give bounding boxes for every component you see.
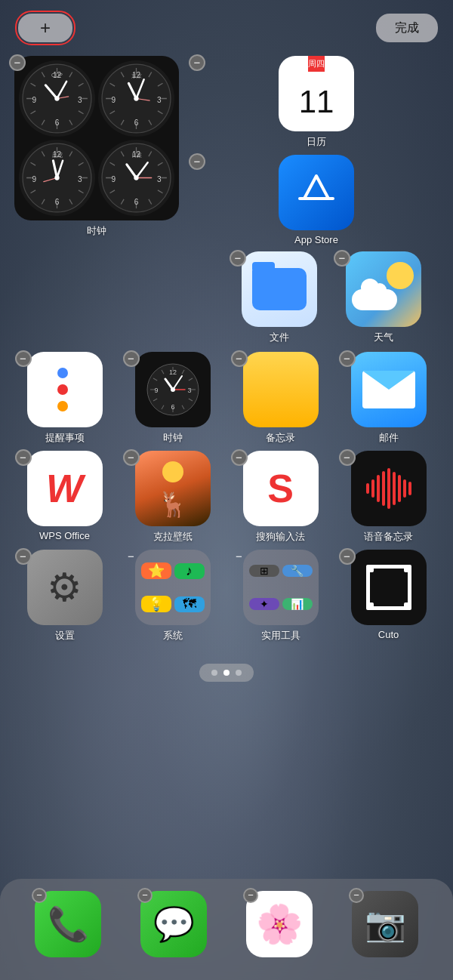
done-button[interactable]: 完成 [376, 14, 438, 42]
svg-text:12: 12 [168, 368, 176, 376]
notes-label: 备忘录 [266, 431, 295, 445]
reminders-item[interactable]: 提醒事项 [17, 352, 113, 445]
svg-text:6: 6 [134, 198, 139, 206]
minus-badge-files[interactable] [230, 250, 246, 267]
calendar-label: 日历 [307, 135, 326, 149]
minus-badge-sogou[interactable] [231, 449, 248, 466]
minus-badge-reminders[interactable] [15, 350, 32, 367]
dock-photos[interactable]: 🌸 [246, 891, 313, 957]
svg-text:6: 6 [171, 403, 174, 411]
dock-minus-phone[interactable] [32, 888, 47, 903]
minus-badge-voice[interactable] [339, 449, 356, 466]
cuto-label: Cuto [378, 629, 399, 640]
calendar-item[interactable]: 周四 11 日历 [190, 56, 442, 149]
photos-symbol: 🌸 [256, 902, 303, 946]
wps-logo: W [46, 466, 83, 511]
voice-item[interactable]: 语音备忘录 [341, 451, 437, 544]
photos-icon: 🌸 [246, 891, 313, 957]
files-label: 文件 [270, 331, 289, 344]
tools-label: 实用工具 [261, 629, 300, 643]
clock-widget-item[interactable]: CUP [11, 56, 183, 245]
minus-badge-clock-sm[interactable] [123, 350, 140, 367]
files-item[interactable]: 文件 [231, 251, 328, 344]
clock-tokyo: 东京 [98, 60, 174, 137]
clock-sydney: 悉尼 [19, 140, 95, 216]
minus-badge-clock[interactable] [9, 54, 26, 71]
message-symbol: 💬 [153, 904, 195, 944]
reminder-line-3 [57, 401, 72, 411]
sogou-logo: S [267, 466, 294, 511]
page-dot-container [199, 664, 254, 682]
mail-item[interactable]: 邮件 [341, 352, 437, 445]
minus-badge-settings[interactable] [15, 548, 32, 565]
dot-1[interactable] [211, 670, 217, 676]
top-bar: + 完成 [0, 0, 453, 56]
minus-badge-mail[interactable] [339, 350, 356, 367]
dock-phone[interactable]: 📞 [35, 891, 101, 957]
calendar-weekday: 周四 [308, 56, 325, 72]
svg-text:9: 9 [111, 175, 116, 183]
tools-mini-4: 📊 [282, 598, 313, 610]
folder-shape [252, 268, 307, 310]
sogou-icon: S [243, 451, 319, 526]
minus-badge-system [123, 548, 140, 565]
row3-section: 提醒事项 [0, 352, 453, 445]
minus-badge-notes[interactable] [231, 350, 248, 367]
svg-point-41 [134, 96, 138, 100]
sys-mini-3: 💡 [141, 596, 171, 612]
sogou-item[interactable]: S 搜狗输入法 [233, 451, 329, 544]
notes-icon [243, 352, 319, 427]
settings-item[interactable]: ⚙ 设置 [17, 550, 113, 643]
calendar-day: 11 [299, 72, 334, 131]
clock-small-item[interactable]: 12 3 6 9 时钟 [125, 352, 221, 445]
svg-text:9: 9 [32, 96, 36, 104]
minus-badge-weather[interactable] [334, 250, 350, 267]
phone-icon: 📞 [35, 891, 101, 957]
tools-icon: ⊞ 🔧 ✦ 📊 [243, 550, 319, 625]
voice-icon [351, 451, 427, 526]
dock-minus-camera[interactable] [349, 888, 364, 903]
appstore-item[interactable]: App Store [190, 155, 442, 245]
kela-item[interactable]: 🦌 克拉壁纸 [125, 451, 221, 544]
minus-badge-cuto[interactable] [339, 548, 356, 565]
dock: 📞 💬 🌸 📷 [0, 879, 453, 980]
minus-badge-wps[interactable] [15, 449, 32, 466]
clock-small-label: 时钟 [163, 431, 183, 445]
app-row-3: 提醒事项 [11, 352, 442, 445]
row5-section: ⚙ 设置 ⭐ ♪ 💡 🗺 系统 ⊞ 🔧 [0, 550, 453, 643]
weather-label: 天气 [374, 331, 393, 344]
dock-minus-messages[interactable] [137, 888, 153, 903]
weather-icon [346, 251, 421, 327]
minus-badge-kela[interactable] [123, 449, 140, 466]
tools-item[interactable]: ⊞ 🔧 ✦ 📊 实用工具 [233, 550, 329, 643]
right-widget-side: 周四 11 日历 App Store [190, 56, 442, 245]
dot-3[interactable] [236, 670, 242, 676]
minus-badge-calendar[interactable] [189, 54, 205, 71]
weather-item[interactable]: 天气 [335, 251, 432, 344]
cuto-item[interactable]: Cuto [341, 550, 437, 643]
svg-point-83 [134, 175, 138, 180]
svg-text:9: 9 [111, 96, 116, 104]
tools-mini-1: ⊞ [249, 565, 279, 577]
settings-icon: ⚙ [27, 550, 103, 625]
notes-item[interactable]: 备忘录 [233, 352, 329, 445]
voice-label: 语音备忘录 [364, 530, 413, 544]
dock-messages[interactable]: 💬 [140, 891, 207, 957]
dot-2[interactable] [223, 670, 230, 676]
wps-item[interactable]: W WPS Office [17, 451, 113, 544]
appstore-icon [279, 155, 354, 230]
svg-text:9: 9 [32, 175, 36, 183]
sys-mini-2: ♪ [174, 563, 205, 579]
minus-badge-appstore[interactable] [189, 153, 205, 170]
gear-icon: ⚙ [47, 565, 82, 610]
add-widget-button[interactable]: + [18, 14, 72, 42]
svg-text:3: 3 [78, 96, 82, 104]
dock-minus-photos[interactable] [243, 888, 258, 903]
add-button-wrapper: + [15, 11, 76, 45]
svg-text:6: 6 [134, 119, 139, 127]
system-item[interactable]: ⭐ ♪ 💡 🗺 系统 [125, 550, 221, 643]
kela-sun [162, 461, 183, 482]
reminder-dot-blue [57, 368, 68, 378]
wps-label: WPS Office [39, 530, 90, 541]
dock-camera[interactable]: 📷 [352, 891, 418, 957]
